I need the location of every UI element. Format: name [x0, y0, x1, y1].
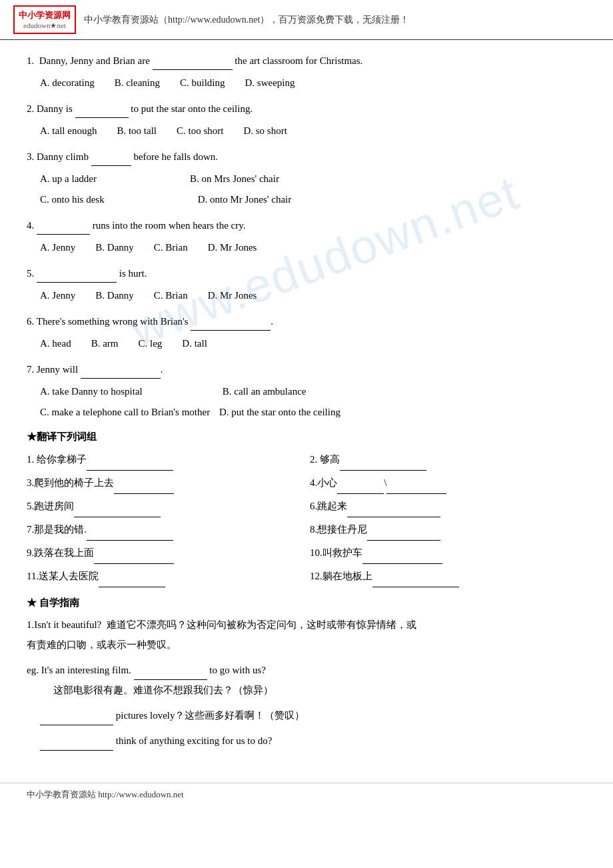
q7-optB: B. call an ambulance [223, 383, 306, 401]
question-7: 7. Jenny will . A. take Danny to hospita… [27, 361, 586, 421]
q3-optB: B. on Mrs Jones' chair [190, 170, 279, 188]
logo-bottom: edudown★net [23, 21, 66, 30]
q3-optA: A. up a ladder [40, 170, 97, 188]
ss2-line: eg. It's an interesting film. to go with… [27, 660, 586, 680]
q6-text: 6. There's something wrong with Brian's … [27, 313, 586, 331]
translate-item-6: 6.跳起来 [310, 495, 586, 517]
header-description: 中小学教育资源站（http://www.edudown.net），百万资源免费下… [84, 14, 409, 26]
ss4-line: pictures lovely？这些画多好看啊！（赞叹） [40, 705, 586, 725]
translate-section-title: ★翻译下列词组 [27, 431, 586, 443]
translate-item-12: 12.躺在地板上 [310, 565, 586, 587]
t12-blank [372, 587, 459, 587]
translate-item-4: 4.小心\ [310, 472, 586, 494]
translate-grid: 1. 给你拿梯子 2. 够高 3.爬到他的椅子上去 4.小心\ 5.跑进房间 6… [27, 449, 586, 587]
t11-blank [99, 587, 165, 587]
q6-optD: D. tall [182, 335, 207, 353]
q3-text: 3. Danny climb before he falls down. [27, 148, 586, 166]
ss5-block: think of anything exciting for us to do? [27, 731, 586, 751]
translate-item-2: 2. 够高 [310, 449, 586, 471]
q7-text: 7. Jenny will . [27, 361, 586, 379]
t5-blank [74, 517, 161, 517]
question-3: 3. Danny climb before he falls down. A. … [27, 148, 586, 209]
q5-optC: C. Brian [154, 287, 188, 305]
q5-blank [37, 282, 117, 283]
ss4-blank [40, 725, 113, 725]
q6-optA: A. head [40, 335, 71, 353]
t7-blank [87, 540, 173, 541]
translate-item-9: 9.跌落在我上面 [27, 542, 303, 564]
t2-blank [340, 470, 426, 471]
q1-options: A. decorating B. cleaning C. building D.… [40, 74, 586, 92]
q5-optB: B. Danny [95, 287, 134, 305]
q1-blank [153, 69, 233, 70]
footer-text: 中小学教育资源站 http://www.edudown.net [27, 789, 184, 799]
q2-text: 2. Danny is to put the star onto the cei… [27, 100, 586, 118]
q7-optrow2: C. make a telephone call to Brian's moth… [40, 403, 586, 421]
ss5-blank [40, 750, 113, 751]
ss5-line: think of anything exciting for us to do? [40, 731, 586, 751]
q7-optrow1: A. take Danny to hospital B. call an amb… [40, 383, 586, 401]
ss1-block: 1.Isn't it beautiful? 难道它不漂亮吗？这种问句被称为否定问… [27, 615, 586, 655]
q3-optrow2: C. onto his desk D. onto Mr Jones' chair [40, 191, 586, 209]
q4-optC: C. Brian [154, 239, 188, 257]
q7-optD: D. put the star onto the ceiling [219, 407, 340, 417]
q1-optA: A. decorating [40, 74, 95, 92]
t6-blank [347, 517, 440, 517]
ss4-block: pictures lovely？这些画多好看啊！（赞叹） [27, 705, 586, 725]
ss3-line: 这部电影很有趣。难道你不想跟我们去？（惊异） [53, 680, 586, 700]
logo-top: 中小学资源网 [19, 9, 71, 21]
q6-options: A. head B. arm C. leg D. tall [40, 335, 586, 353]
q5-optA: A. Jenny [40, 287, 75, 305]
q2-optA: A. tall enough [40, 122, 97, 140]
question-1: 1. Danny, Jenny and Brian are the art cl… [27, 52, 586, 92]
q4-options: A. Jenny B. Danny C. Brian D. Mr Jones [40, 239, 586, 257]
t4-blank2 [386, 493, 446, 494]
q5-optD: D. Mr Jones [208, 287, 257, 305]
t1-blank [87, 470, 173, 471]
translate-item-3: 3.爬到他的椅子上去 [27, 472, 303, 494]
q7-blank [81, 378, 161, 379]
ss2-block: eg. It's an interesting film. to go with… [27, 660, 586, 700]
q4-optA: A. Jenny [40, 239, 75, 257]
main-content: 1. Danny, Jenny and Brian are the art cl… [0, 45, 613, 769]
ss1-text2: 有责难的口吻，或表示一种赞叹。 [27, 635, 586, 655]
q2-blank [75, 117, 129, 118]
q1-optD: D. sweeping [245, 74, 295, 92]
q7-optC: C. make a telephone call to Brian's moth… [40, 407, 210, 417]
t10-blank [362, 563, 442, 564]
translate-item-1: 1. 给你拿梯子 [27, 449, 303, 471]
translate-item-5: 5.跑进房间 [27, 495, 303, 517]
q2-optC: C. too short [177, 122, 223, 140]
q6-optC: C. leg [138, 335, 162, 353]
q4-text: 4. runs into the room when hears the cry… [27, 217, 586, 235]
t4-blank1 [337, 493, 384, 494]
translate-item-7: 7.那是我的错. [27, 519, 303, 541]
q1-text: 1. Danny, Jenny and Brian are the art cl… [27, 52, 586, 70]
q3-blank [91, 165, 131, 166]
page-footer: 中小学教育资源站 http://www.edudown.net [0, 783, 613, 806]
question-4: 4. runs into the room when hears the cry… [27, 217, 586, 257]
q3-optC: C. onto his desk [40, 191, 105, 209]
q2-options: A. tall enough B. too tall C. too short … [40, 122, 586, 140]
q7-optA: A. take Danny to hospital [40, 383, 143, 401]
question-2: 2. Danny is to put the star onto the cei… [27, 100, 586, 140]
logo: 中小学资源网 edudown★net [13, 5, 76, 34]
t9-blank [94, 563, 174, 564]
ss1-text: 1.Isn't it beautiful? 难道它不漂亮吗？这种问句被称为否定问… [27, 615, 586, 635]
q5-text: 5. is hurt. [27, 265, 586, 283]
q4-optB: B. Danny [95, 239, 134, 257]
t3-blank [114, 493, 174, 494]
q1-optB: B. cleaning [115, 74, 160, 92]
q2-optD: D. so short [243, 122, 287, 140]
q3-optrow1: A. up a ladder B. on Mrs Jones' chair [40, 170, 586, 188]
question-5: 5. is hurt. A. Jenny B. Danny C. Brian D… [27, 265, 586, 305]
self-study-title: ★ 自学指南 [27, 597, 586, 609]
translate-item-11: 11.送某人去医院 [27, 565, 303, 587]
q5-options: A. Jenny B. Danny C. Brian D. Mr Jones [40, 287, 586, 305]
q6-blank [191, 330, 271, 331]
q2-optB: B. too tall [117, 122, 157, 140]
q4-blank [37, 234, 90, 235]
q6-optB: B. arm [91, 335, 119, 353]
question-6: 6. There's something wrong with Brian's … [27, 313, 586, 353]
translate-item-8: 8.想接住丹尼 [310, 519, 586, 541]
